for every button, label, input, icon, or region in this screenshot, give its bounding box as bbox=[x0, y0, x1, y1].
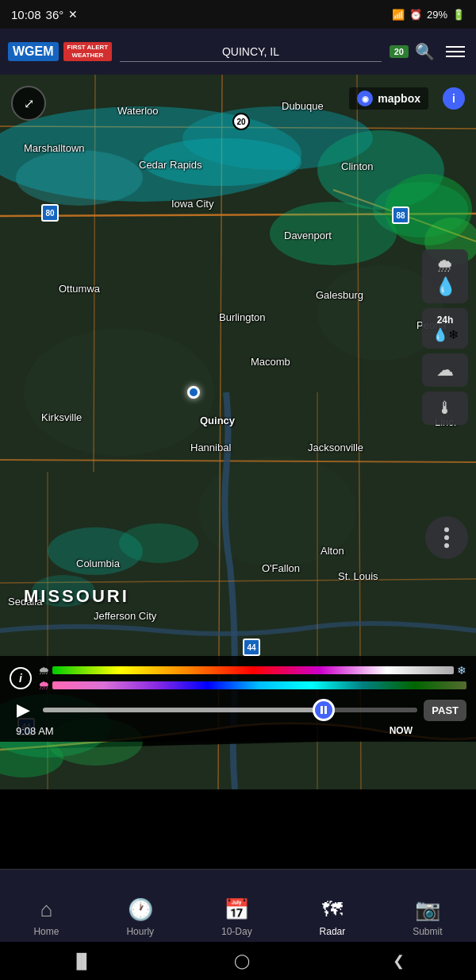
timeline-thumb[interactable] bbox=[313, 699, 335, 721]
24h-label: 24h bbox=[437, 314, 454, 326]
nav-10day[interactable]: 📅 10-Day bbox=[210, 891, 263, 943]
rain-legend-icon: 🌧 bbox=[38, 664, 49, 677]
alarm-icon: ⏰ bbox=[409, 9, 422, 21]
svg-point-17 bbox=[16, 150, 143, 206]
info-icon: i bbox=[19, 672, 22, 685]
battery-display: 29% bbox=[427, 9, 447, 21]
status-icons: 📶 ⏰ 29% 🔋 bbox=[392, 9, 465, 21]
temperature-layer-button[interactable]: 🌡 bbox=[422, 392, 468, 425]
radar-label: Radar bbox=[320, 926, 346, 937]
precipitation-legend-strip bbox=[52, 666, 454, 674]
24h-layer-button[interactable]: 24h 💧❄ bbox=[422, 308, 468, 349]
radar-icon: 🗺 bbox=[322, 897, 343, 922]
cloud-icon: ☁ bbox=[436, 360, 454, 380]
close-icon: ✕ bbox=[68, 8, 78, 21]
missouri-state-label: MISSOURI bbox=[24, 586, 129, 607]
cloud-layer-button[interactable]: ☁ bbox=[422, 353, 468, 387]
svg-point-24 bbox=[119, 523, 198, 563]
status-bar: 10:08 36° ✕ 📶 ⏰ 29% 🔋 bbox=[0, 0, 476, 29]
nav-radar[interactable]: 🗺 Radar bbox=[309, 891, 357, 943]
nav-submit[interactable]: 📷 Submit bbox=[401, 891, 453, 943]
mapbox-info-button[interactable]: i bbox=[443, 87, 465, 110]
nav-home[interactable]: ⌂ Home bbox=[22, 891, 70, 943]
more-options-button[interactable] bbox=[425, 516, 468, 559]
timeline-row: ▶ PAST bbox=[10, 696, 466, 723]
time-temperature: 10:08 36° ✕ bbox=[11, 8, 78, 21]
timeline-controls: i 🌧 ❄ 🌨 ▶ bbox=[0, 656, 476, 742]
top-nav: WGEM FIRST ALERTWEATHER 20 🔍 bbox=[0, 29, 476, 75]
time-display: 10:08 bbox=[11, 8, 41, 21]
location-marker bbox=[187, 386, 200, 399]
logo-area: WGEM FIRST ALERTWEATHER bbox=[8, 42, 112, 62]
mixed-legend-icon: 🌨 bbox=[38, 679, 49, 692]
mapbox-logo: ◉ mapbox bbox=[349, 87, 428, 110]
location-search-input[interactable] bbox=[120, 42, 382, 62]
svg-point-2 bbox=[24, 329, 214, 456]
dot1 bbox=[444, 527, 449, 532]
dot3 bbox=[444, 543, 449, 548]
wifi-icon: 📶 bbox=[392, 9, 405, 21]
pause-icon bbox=[321, 706, 327, 714]
temperature-display: 36° bbox=[46, 8, 64, 21]
hourly-icon: 🕐 bbox=[128, 897, 153, 922]
play-button[interactable]: ▶ bbox=[10, 696, 36, 723]
weather-layer-panels: 🌨💧 24h 💧❄ ☁ 🌡 bbox=[422, 249, 468, 425]
mapbox-text: mapbox bbox=[378, 92, 420, 105]
legend-info-button[interactable]: i bbox=[10, 667, 32, 689]
search-icon[interactable]: 🔍 bbox=[415, 42, 435, 61]
hourly-label: Hourly bbox=[126, 926, 154, 937]
map-container[interactable]: ⤢ ◉ mapbox i Marshalltown Cedar Rapids I… bbox=[0, 75, 476, 789]
current-time-label: 9:08 AM bbox=[16, 725, 54, 737]
snow-legend-icon: ❄ bbox=[457, 664, 466, 677]
expand-icon: ⤢ bbox=[24, 96, 34, 111]
thermometer-icon: 🌡 bbox=[436, 398, 454, 419]
now-label: NOW bbox=[390, 725, 413, 737]
24h-icons: 💧❄ bbox=[432, 327, 459, 342]
legend-row: i 🌧 ❄ 🌨 bbox=[10, 664, 466, 692]
logo-wgem[interactable]: WGEM bbox=[8, 42, 59, 61]
rain-snow-icon: 🌨💧 bbox=[435, 256, 456, 297]
timeline-progress bbox=[43, 708, 324, 712]
timeline-track[interactable] bbox=[43, 708, 417, 712]
route-badge: 20 bbox=[390, 45, 409, 58]
home-icon: ⌂ bbox=[40, 897, 53, 922]
submit-label: Submit bbox=[413, 926, 442, 937]
android-back-button[interactable]: ❮ bbox=[393, 952, 405, 970]
svg-point-18 bbox=[143, 138, 301, 186]
submit-icon: 📷 bbox=[415, 897, 440, 922]
color-legend: 🌧 ❄ 🌨 bbox=[38, 664, 466, 692]
mixed-legend-strip bbox=[52, 681, 466, 689]
past-button[interactable]: PAST bbox=[424, 700, 466, 721]
10day-label: 10-Day bbox=[221, 926, 252, 937]
android-home-button[interactable]: ◯ bbox=[234, 952, 250, 970]
nav-hourly[interactable]: 🕐 Hourly bbox=[115, 891, 165, 943]
android-navigation-bar: ▐▌ ◯ ❮ bbox=[0, 942, 476, 980]
10day-icon: 📅 bbox=[224, 897, 249, 922]
logo-weather-badge: FIRST ALERTWEATHER bbox=[63, 42, 113, 62]
home-label: Home bbox=[33, 926, 59, 937]
android-recent-button[interactable]: ▐▌ bbox=[71, 953, 92, 970]
dot2 bbox=[444, 535, 449, 540]
mapbox-icon: ◉ bbox=[357, 91, 373, 106]
rain-layer-button[interactable]: 🌨💧 bbox=[422, 249, 468, 303]
expand-map-button[interactable]: ⤢ bbox=[11, 86, 46, 121]
battery-icon: 🔋 bbox=[452, 9, 465, 21]
hamburger-menu-button[interactable] bbox=[443, 43, 468, 60]
